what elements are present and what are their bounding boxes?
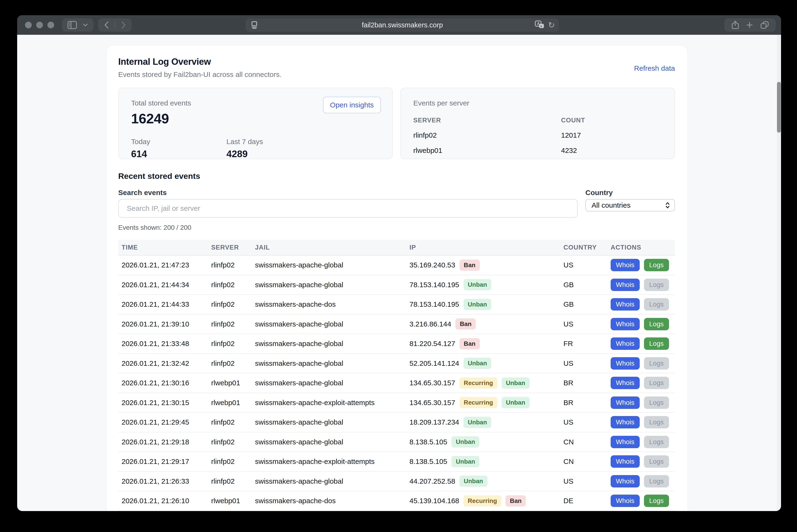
table-row: 2026.01.21, 21:29:18rlinfp02swissmakers-… bbox=[118, 433, 675, 452]
page-title: Internal Log Overview bbox=[118, 57, 211, 67]
logs-button[interactable]: Logs bbox=[644, 495, 669, 507]
window-actions-group bbox=[724, 18, 776, 32]
tabs-icon[interactable] bbox=[760, 21, 769, 29]
logs-button[interactable]: Logs bbox=[644, 436, 669, 448]
event-actions: WhoisLogs bbox=[611, 318, 675, 330]
events-table-header: TIME SERVER JAIL IP COUNTRY ACTIONS bbox=[118, 240, 675, 255]
event-server: rlinfp02 bbox=[211, 359, 255, 367]
event-server: rlinfp02 bbox=[211, 340, 255, 348]
ip-address: 3.216.86.144 bbox=[410, 320, 451, 328]
event-actions: WhoisLogs bbox=[611, 436, 675, 448]
ban-badge: Ban bbox=[459, 338, 480, 349]
scrollbar-thumb[interactable] bbox=[777, 82, 781, 133]
event-ip-cell: 134.65.30.157RecurringUnban bbox=[410, 397, 563, 408]
refresh-data-link[interactable]: Refresh data bbox=[634, 64, 675, 72]
server-name: rlwebp01 bbox=[413, 147, 561, 155]
whois-button[interactable]: Whois bbox=[611, 259, 640, 271]
address-bar[interactable]: fail2ban.swissmakers.corp A x ↻ bbox=[246, 18, 559, 32]
back-icon[interactable] bbox=[104, 21, 109, 29]
whois-button[interactable]: Whois bbox=[611, 357, 640, 369]
sidebar-icon[interactable] bbox=[68, 21, 77, 29]
event-country: DE bbox=[563, 497, 611, 505]
event-time: 2026.01.21, 21:44:34 bbox=[122, 281, 211, 289]
event-time: 2026.01.21, 21:33:48 bbox=[122, 340, 211, 348]
server-count: 12017 bbox=[561, 131, 663, 139]
ip-address: 134.65.30.157 bbox=[410, 379, 455, 387]
close-window-button[interactable] bbox=[25, 22, 32, 28]
select-updown-icon bbox=[665, 202, 670, 209]
per-server-header: SERVER COUNT bbox=[413, 117, 663, 124]
event-ip-cell: 8.138.5.105Unban bbox=[410, 436, 563, 448]
country-select[interactable]: All countries bbox=[585, 199, 675, 211]
event-server: rlinfp02 bbox=[211, 300, 255, 308]
unban-badge: Unban bbox=[502, 397, 530, 408]
whois-button[interactable]: Whois bbox=[611, 338, 640, 350]
event-country: US bbox=[563, 359, 611, 367]
event-actions: WhoisLogs bbox=[611, 357, 675, 369]
event-ip-cell: 45.139.104.168RecurringBan bbox=[410, 495, 563, 507]
zoom-window-button[interactable] bbox=[48, 22, 54, 28]
translate-icon[interactable]: A x bbox=[535, 20, 544, 30]
traffic-lights bbox=[25, 22, 54, 28]
logs-button[interactable]: Logs bbox=[644, 377, 669, 389]
logs-button[interactable]: Logs bbox=[644, 259, 669, 271]
whois-button[interactable]: Whois bbox=[611, 279, 640, 291]
event-jail: swissmakers-apache-global bbox=[255, 477, 410, 485]
last7-stat: Last 7 days 4289 bbox=[227, 138, 263, 159]
logs-button[interactable]: Logs bbox=[644, 455, 669, 468]
events-table: TIME SERVER JAIL IP COUNTRY ACTIONS 2026… bbox=[118, 240, 675, 511]
table-row: 2026.01.21, 21:29:45rlinfp02swissmakers-… bbox=[118, 413, 675, 433]
logs-button[interactable]: Logs bbox=[644, 318, 669, 330]
column-header-ip: IP bbox=[410, 244, 563, 251]
whois-button[interactable]: Whois bbox=[611, 416, 640, 429]
logs-button[interactable]: Logs bbox=[644, 338, 669, 350]
share-icon[interactable] bbox=[731, 21, 739, 29]
whois-button[interactable]: Whois bbox=[611, 377, 640, 389]
event-server: rlwebp01 bbox=[211, 399, 255, 407]
chevron-down-icon[interactable] bbox=[83, 23, 88, 27]
table-row: 2026.01.21, 21:33:48rlinfp02swissmakers-… bbox=[118, 334, 675, 354]
whois-button[interactable]: Whois bbox=[611, 495, 640, 507]
last7-value: 4289 bbox=[227, 149, 263, 159]
event-country: US bbox=[563, 261, 611, 269]
event-time: 2026.01.21, 21:30:16 bbox=[122, 379, 211, 387]
whois-button[interactable]: Whois bbox=[611, 455, 640, 468]
ip-address: 35.169.240.53 bbox=[410, 261, 455, 269]
logs-button[interactable]: Logs bbox=[644, 357, 669, 369]
event-time: 2026.01.21, 21:26:10 bbox=[122, 497, 211, 505]
ban-badge: Ban bbox=[459, 260, 480, 271]
whois-button[interactable]: Whois bbox=[611, 397, 640, 409]
logs-button[interactable]: Logs bbox=[644, 397, 669, 409]
logs-button[interactable]: Logs bbox=[644, 416, 669, 429]
whois-button[interactable]: Whois bbox=[611, 298, 640, 310]
server-name: rlinfp02 bbox=[413, 131, 561, 139]
table-row: 2026.01.21, 21:32:42rlinfp02swissmakers-… bbox=[118, 354, 675, 374]
event-country: CN bbox=[563, 438, 611, 446]
event-time: 2026.01.21, 21:30:15 bbox=[122, 399, 211, 407]
reload-icon[interactable]: ↻ bbox=[548, 21, 555, 29]
event-server: rlwebp01 bbox=[211, 497, 255, 505]
event-country: FR bbox=[563, 340, 611, 348]
forward-icon[interactable] bbox=[121, 21, 126, 29]
event-server: rlinfp02 bbox=[211, 320, 255, 328]
minimize-window-button[interactable] bbox=[36, 22, 43, 28]
event-actions: WhoisLogs bbox=[611, 259, 675, 271]
table-row: 2026.01.21, 21:44:34rlinfp02swissmakers-… bbox=[118, 275, 675, 295]
per-server-title: Events per server bbox=[413, 99, 663, 107]
table-row: 2026.01.21, 21:26:10rlwebp01swissmakers-… bbox=[118, 491, 675, 511]
whois-button[interactable]: Whois bbox=[611, 475, 640, 488]
ip-address: 44.207.252.58 bbox=[410, 477, 455, 485]
table-row: 2026.01.21, 21:30:15rlwebp01swissmakers-… bbox=[118, 393, 675, 413]
svg-text:x: x bbox=[540, 24, 542, 28]
nav-buttons-group bbox=[98, 18, 131, 32]
logs-button[interactable]: Logs bbox=[644, 298, 669, 310]
event-jail: swissmakers-apache-global bbox=[255, 438, 410, 446]
country-select-value: All countries bbox=[592, 201, 665, 209]
whois-button[interactable]: Whois bbox=[611, 436, 640, 448]
open-insights-button[interactable]: Open insights bbox=[323, 97, 381, 113]
whois-button[interactable]: Whois bbox=[611, 318, 640, 330]
search-input[interactable] bbox=[118, 199, 578, 218]
new-tab-icon[interactable] bbox=[746, 21, 753, 28]
logs-button[interactable]: Logs bbox=[644, 279, 669, 291]
logs-button[interactable]: Logs bbox=[644, 475, 669, 488]
